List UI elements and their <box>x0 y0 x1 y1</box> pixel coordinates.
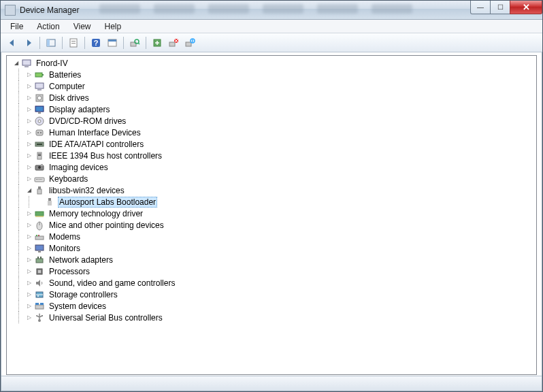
expander-icon[interactable] <box>24 81 34 91</box>
usb-icon <box>34 185 45 196</box>
expander-icon[interactable] <box>24 301 34 311</box>
app-icon <box>5 5 16 16</box>
tree-node[interactable]: Keyboards <box>11 173 535 184</box>
tree-node[interactable]: IEEE 1394 Bus host controllers <box>11 150 535 161</box>
expander-icon[interactable] <box>24 243 34 253</box>
node-label: DVD/CD-ROM drives <box>48 116 127 126</box>
expander-icon[interactable] <box>24 116 34 126</box>
svg-rect-51 <box>48 201 52 206</box>
menu-action[interactable]: Action <box>31 20 65 33</box>
tree-line <box>14 289 24 300</box>
tree-node[interactable]: Computer <box>11 80 535 92</box>
tree-line <box>14 242 24 254</box>
titlebar[interactable]: Device Manager — ☐ ✕ <box>1 1 542 20</box>
expander-icon[interactable] <box>24 185 34 195</box>
expander-icon[interactable] <box>24 104 34 114</box>
forward-button[interactable] <box>21 35 36 50</box>
usb-device-icon <box>44 197 55 208</box>
expander-icon[interactable] <box>24 127 34 137</box>
toolbar: ? <box>1 33 542 52</box>
svg-rect-73 <box>42 315 43 316</box>
node-label: Universal Serial Bus controllers <box>48 313 164 323</box>
svg-point-26 <box>37 96 42 100</box>
expander-icon[interactable] <box>24 139 34 149</box>
back-button[interactable] <box>5 35 20 50</box>
properties-button[interactable] <box>66 35 81 50</box>
svg-rect-35 <box>37 144 42 145</box>
ide-icon <box>34 139 45 150</box>
tree-line <box>14 277 24 289</box>
tree-node[interactable]: Monitors <box>11 242 535 254</box>
expander-icon[interactable] <box>24 162 34 172</box>
svg-rect-43 <box>36 179 37 180</box>
tree-node[interactable]: libusb-win32 devices <box>11 184 535 196</box>
expander-icon[interactable] <box>24 150 34 161</box>
menu-help[interactable]: Help <box>99 20 127 33</box>
tree-node[interactable]: Network adapters <box>11 254 535 265</box>
forward-arrow-icon <box>23 37 34 48</box>
expander-icon[interactable] <box>24 174 34 184</box>
processor-icon <box>34 266 45 277</box>
menu-view[interactable]: View <box>68 20 97 33</box>
expander-icon[interactable] <box>11 58 21 68</box>
tree-node[interactable]: DVD/CD-ROM drives <box>11 115 535 127</box>
tree-node[interactable]: Modems <box>11 231 535 242</box>
action-menu-button[interactable] <box>105 35 120 50</box>
svg-text:?: ? <box>94 39 99 47</box>
tree-line <box>14 115 24 127</box>
toolbar-separator <box>39 37 40 49</box>
tree-line <box>14 127 24 138</box>
svg-rect-17 <box>186 42 191 46</box>
expander-icon[interactable] <box>24 278 34 288</box>
help-button[interactable]: ? <box>88 35 103 50</box>
svg-rect-65 <box>38 270 41 273</box>
expander-icon[interactable] <box>24 255 34 265</box>
tree-line <box>14 208 24 219</box>
expander-icon[interactable] <box>24 220 34 230</box>
tree-root-node[interactable]: Fnord-IV <box>11 57 535 69</box>
svg-rect-62 <box>37 257 39 259</box>
disable-button[interactable] <box>182 35 197 50</box>
tree-node[interactable]: Human Interface Devices <box>11 127 535 138</box>
scan-button[interactable] <box>127 35 142 50</box>
show-hide-tree-button[interactable] <box>44 35 59 50</box>
svg-rect-19 <box>22 60 31 65</box>
monitor-icon <box>34 243 45 254</box>
close-button[interactable]: ✕ <box>510 1 542 14</box>
tree-node[interactable]: Disk drives <box>11 92 535 103</box>
tree-node[interactable]: Batteries <box>11 69 535 80</box>
expander-icon[interactable] <box>24 69 34 80</box>
maximize-button[interactable]: ☐ <box>490 1 510 14</box>
minimize-button[interactable]: — <box>470 1 491 14</box>
window-controls: — ☐ ✕ <box>471 1 542 16</box>
tree-node[interactable]: Sound, video and game controllers <box>11 277 535 289</box>
tree-node[interactable]: Mice and other pointing devices <box>11 219 535 231</box>
tree-line <box>14 265 24 277</box>
tree-node[interactable]: IDE ATA/ATAPI controllers <box>11 138 535 150</box>
expander-icon[interactable] <box>24 266 34 276</box>
svg-rect-8 <box>108 39 116 42</box>
expander-icon[interactable] <box>24 289 34 299</box>
tree-node[interactable]: Storage controllers <box>11 289 535 300</box>
expander-icon[interactable] <box>24 312 34 323</box>
svg-rect-20 <box>24 66 29 67</box>
tree-node[interactable]: Display adapters <box>11 103 535 115</box>
expander-icon[interactable] <box>24 93 34 103</box>
uninstall-icon <box>168 37 179 48</box>
node-label: Computer <box>48 82 86 91</box>
expander-icon[interactable] <box>24 208 34 218</box>
tree-line <box>14 300 24 312</box>
uninstall-button[interactable] <box>166 35 181 50</box>
tree-node[interactable]: Processors <box>11 265 535 277</box>
tree-node[interactable]: Memory technology driver <box>11 208 535 219</box>
expander-icon[interactable] <box>24 231 34 242</box>
menu-file[interactable]: File <box>5 20 29 33</box>
tree-node[interactable]: Universal Serial Bus controllers <box>11 312 535 323</box>
update-driver-button[interactable] <box>150 35 165 50</box>
storage-icon <box>34 289 45 300</box>
tree-node[interactable]: Imaging devices <box>11 161 535 173</box>
device-tree[interactable]: Fnord-IV BatteriesComputerDisk drivesDis… <box>6 55 537 375</box>
tree-line <box>14 150 24 161</box>
tree-child-node[interactable]: Autosport Labs Bootloader <box>11 196 535 208</box>
tree-node[interactable]: System devices <box>11 300 535 312</box>
